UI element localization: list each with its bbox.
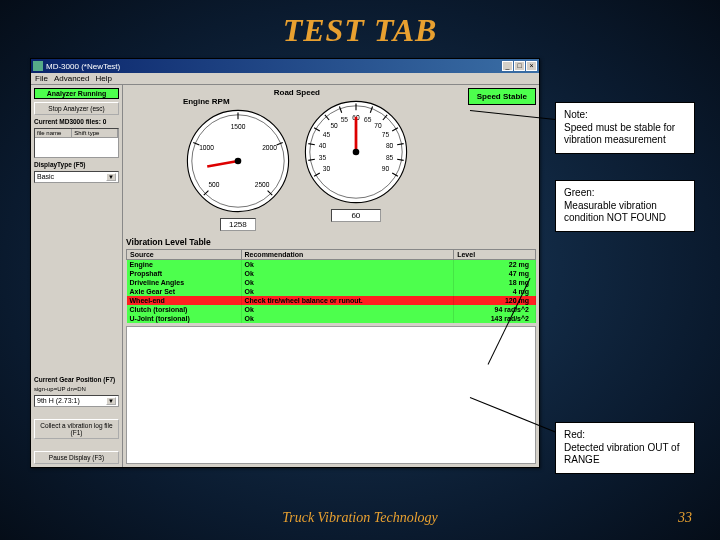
svg-text:30: 30	[323, 165, 331, 172]
file-col-name: file name	[35, 129, 72, 137]
callout-green: Green: Measurable vibration condition NO…	[555, 180, 695, 232]
file-col-shift: Shift type	[72, 129, 118, 137]
table-row: Wheel-endCheck tire/wheel balance or run…	[127, 296, 536, 305]
svg-text:75: 75	[382, 131, 390, 138]
svg-text:1000: 1000	[199, 144, 214, 151]
file-list[interactable]: file name Shift type	[34, 128, 119, 158]
svg-text:2500: 2500	[255, 181, 270, 188]
page-number: 33	[678, 510, 692, 526]
svg-text:500: 500	[208, 181, 219, 188]
table-row: Axle Gear SetOk4 mg	[127, 287, 536, 296]
rpm-readout: 1258	[220, 218, 256, 231]
file-group-label: Current MD3000 files: 0	[34, 118, 119, 125]
app-icon	[33, 61, 43, 71]
callout-note: Note: Speed must be stable for vibration…	[555, 102, 695, 154]
svg-text:80: 80	[386, 142, 394, 149]
svg-text:45: 45	[323, 131, 331, 138]
chevron-down-icon: ▼	[106, 173, 116, 181]
road-speed-label: Road Speed	[126, 88, 468, 97]
callout-red-header: Red:	[564, 429, 686, 442]
table-row: Driveline AnglesOk18 mg	[127, 278, 536, 287]
app-window: MD-3000 (*NewTest) _ □ × File Advanced H…	[30, 58, 540, 468]
callout-green-header: Green:	[564, 187, 686, 200]
svg-text:70: 70	[374, 122, 382, 129]
svg-text:50: 50	[330, 122, 338, 129]
menu-help[interactable]: Help	[95, 74, 111, 83]
svg-text:85: 85	[386, 154, 394, 161]
engine-rpm-label: Engine RPM	[183, 97, 230, 106]
left-panel: Analyzer Running Stop Analyzer (esc) Cur…	[31, 85, 123, 467]
collect-log-button[interactable]: Collect a vibration log file (F1)	[34, 419, 119, 439]
callout-red: Red: Detected vibration OUT of RANGE	[555, 422, 695, 474]
speed-stable-indicator: Speed Stable	[468, 88, 536, 105]
svg-text:65: 65	[364, 116, 372, 123]
table-row: PropshaftOk47 mg	[127, 269, 536, 278]
main-panel: Road Speed Engine RPM 500100015002000250…	[123, 85, 539, 467]
engine-rpm-gauge: 5001000150020002500	[183, 106, 293, 216]
analyzer-status: Analyzer Running	[34, 88, 119, 99]
stop-analyzer-button[interactable]: Stop Analyzer (esc)	[34, 102, 119, 115]
svg-text:1500: 1500	[231, 123, 246, 130]
pause-display-button[interactable]: Pause Display (F3)	[34, 451, 119, 464]
vibration-table: Source Recommendation Level EngineOk22 m…	[126, 249, 536, 323]
callout-note-header: Note:	[564, 109, 686, 122]
close-button[interactable]: ×	[526, 61, 537, 71]
table-row: Clutch (torsional)Ok94 rad/s^2	[127, 305, 536, 314]
footer-text: Truck Vibration Technology	[0, 510, 720, 526]
gear-position-label: Current Gear Position (F7)	[34, 376, 119, 383]
col-source: Source	[127, 250, 242, 260]
callout-green-body: Measurable vibration condition NOT FOUND	[564, 200, 686, 225]
col-level: Level	[454, 250, 536, 260]
speed-readout: 60	[331, 209, 381, 222]
callout-red-body: Detected vibration OUT of RANGE	[564, 442, 686, 467]
maximize-button[interactable]: □	[514, 61, 525, 71]
svg-point-13	[235, 158, 242, 165]
svg-point-43	[353, 149, 360, 156]
menu-advanced[interactable]: Advanced	[54, 74, 90, 83]
display-type-select[interactable]: Basic ▼	[34, 171, 119, 183]
minimize-button[interactable]: _	[502, 61, 513, 71]
slide-title: TEST TAB	[0, 12, 720, 49]
display-type-value: Basic	[37, 173, 54, 181]
svg-text:2000: 2000	[262, 144, 277, 151]
chevron-down-icon: ▼	[106, 397, 116, 405]
menu-file[interactable]: File	[35, 74, 48, 83]
display-type-label: DisplayType (F5)	[34, 161, 119, 168]
titlebar[interactable]: MD-3000 (*NewTest) _ □ ×	[31, 59, 539, 73]
svg-text:90: 90	[382, 165, 390, 172]
table-row: EngineOk22 mg	[127, 260, 536, 270]
vibration-table-title: Vibration Level Table	[126, 237, 536, 247]
gear-hint: sign-up=UP dn=DN	[34, 386, 119, 392]
table-row: U-Joint (torsional)Ok143 rad/s^2	[127, 314, 536, 323]
gear-position-select[interactable]: 9th H (2.73:1) ▼	[34, 395, 119, 407]
callout-note-body: Speed must be stable for vibration measu…	[564, 122, 686, 147]
gear-position-value: 9th H (2.73:1)	[37, 397, 80, 405]
menubar: File Advanced Help	[31, 73, 539, 85]
window-title: MD-3000 (*NewTest)	[46, 62, 502, 71]
col-recommendation: Recommendation	[241, 250, 454, 260]
svg-text:55: 55	[341, 116, 349, 123]
svg-text:35: 35	[319, 154, 327, 161]
road-speed-gauge: 30354045505560657075808590	[301, 97, 411, 207]
svg-text:40: 40	[319, 142, 327, 149]
